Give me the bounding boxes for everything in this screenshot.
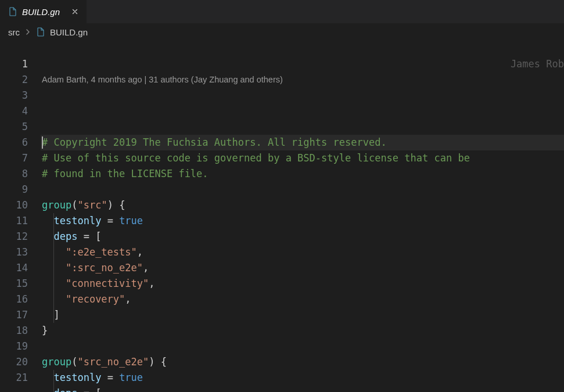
close-icon[interactable] bbox=[69, 6, 81, 17]
code-line[interactable]: } bbox=[41, 323, 564, 339]
indent-guide bbox=[53, 292, 54, 307]
code-line[interactable]: ] bbox=[41, 307, 564, 323]
line-number: 4 bbox=[0, 103, 28, 119]
chevron-right-icon bbox=[24, 27, 31, 37]
indent-guide bbox=[53, 229, 54, 244]
code-line[interactable]: "recovery", bbox=[41, 292, 564, 307]
line-number: 12 bbox=[0, 229, 28, 244]
indent-guide bbox=[53, 213, 54, 229]
tab-filename: BUILD.gn bbox=[22, 7, 60, 17]
breadcrumb-segment[interactable]: src bbox=[8, 27, 20, 37]
file-icon bbox=[8, 7, 17, 16]
tab-bar: BUILD.gn bbox=[0, 0, 564, 23]
code-line[interactable] bbox=[41, 339, 564, 354]
editor-tab[interactable]: BUILD.gn bbox=[0, 0, 87, 23]
text-cursor bbox=[42, 136, 43, 149]
line-number: 14 bbox=[0, 260, 28, 276]
line-number: 7 bbox=[0, 150, 28, 166]
code-line[interactable]: testonly = true bbox=[41, 213, 564, 229]
line-number: 10 bbox=[0, 197, 28, 213]
line-number: 6 bbox=[0, 135, 28, 150]
git-codelens[interactable]: Adam Barth, 4 months ago | 31 authors (J… bbox=[41, 72, 564, 88]
indent-guide bbox=[53, 307, 54, 323]
line-number: 11 bbox=[0, 213, 28, 229]
code-line[interactable]: group("src_no_e2e") { bbox=[41, 354, 564, 370]
indent-guide bbox=[53, 386, 54, 392]
file-icon bbox=[36, 27, 45, 37]
indent-guide bbox=[53, 244, 54, 260]
line-number: 19 bbox=[0, 339, 28, 354]
indent-guide bbox=[53, 370, 54, 386]
line-number: 21 bbox=[0, 370, 28, 386]
code-line[interactable]: "connectivity", bbox=[41, 276, 564, 292]
line-number: 17 bbox=[0, 307, 28, 323]
line-number: 20 bbox=[0, 354, 28, 370]
indent-guide bbox=[53, 276, 54, 292]
line-number: 5 bbox=[0, 119, 28, 135]
line-number: 18 bbox=[0, 323, 28, 339]
code-line[interactable]: deps = [ bbox=[41, 229, 564, 244]
breadcrumb-segment[interactable]: BUILD.gn bbox=[50, 27, 88, 37]
code-line[interactable]: deps = [ bbox=[41, 386, 564, 392]
code-line[interactable]: group("src") { bbox=[41, 197, 564, 213]
code-line[interactable]: ":e2e_tests", bbox=[41, 244, 564, 260]
line-number: 2 bbox=[0, 72, 28, 88]
code-line[interactable]: # Copyright 2019 The Fuchsia Authors. Al… bbox=[41, 135, 564, 150]
line-number: 3 bbox=[0, 88, 28, 103]
code-line[interactable]: ":src_no_e2e", bbox=[41, 260, 564, 276]
code-content[interactable]: Adam Barth, 4 months ago | 31 authors (J… bbox=[41, 41, 564, 392]
code-line[interactable]: # Use of this source code is governed by… bbox=[41, 150, 564, 166]
indent-guide bbox=[53, 260, 54, 276]
editor-area[interactable]: 123456789101112131415161718192021 Adam B… bbox=[0, 41, 564, 392]
line-number: 1 bbox=[0, 56, 28, 72]
code-line[interactable]: # found in the LICENSE file. bbox=[41, 166, 564, 182]
git-blame-inline: James Rob bbox=[499, 56, 564, 72]
line-number: 13 bbox=[0, 244, 28, 260]
line-number: 9 bbox=[0, 182, 28, 197]
line-number-gutter: 123456789101112131415161718192021 bbox=[0, 41, 41, 392]
line-number: 16 bbox=[0, 292, 28, 307]
code-line[interactable] bbox=[41, 182, 564, 197]
line-number: 15 bbox=[0, 276, 28, 292]
code-line[interactable]: testonly = true bbox=[41, 370, 564, 386]
breadcrumbs: src BUILD.gn bbox=[0, 23, 564, 41]
line-number: 8 bbox=[0, 166, 28, 182]
